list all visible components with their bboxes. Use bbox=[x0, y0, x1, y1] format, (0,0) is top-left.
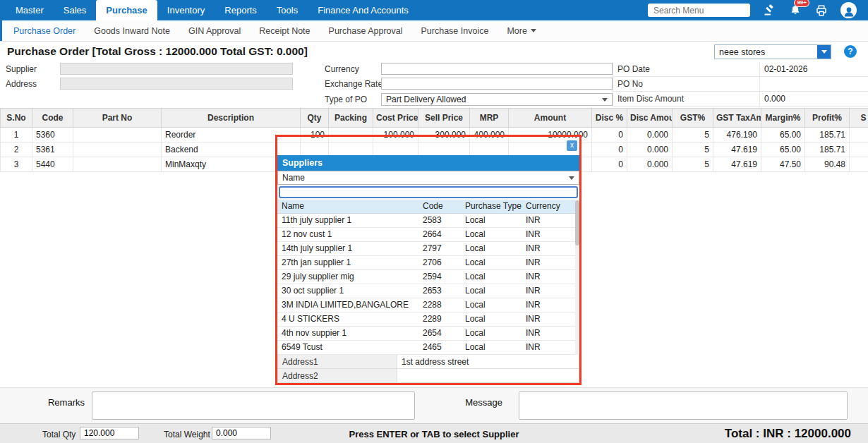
help-icon[interactable]: ? bbox=[844, 45, 857, 58]
po-date-value[interactable]: 02-01-2026 bbox=[760, 62, 868, 76]
supplier-row[interactable]: 29 july supplier mig 2594 Local INR bbox=[277, 269, 575, 284]
supplier-row[interactable]: 12 nov cust 1 2664 Local INR bbox=[277, 227, 575, 241]
cell-code[interactable]: 5360 bbox=[32, 128, 73, 142]
supplier-code[interactable]: 2654 bbox=[418, 326, 461, 340]
supplier-row[interactable]: 4th nov suppier 1 2654 Local INR bbox=[277, 326, 575, 340]
supplier-code[interactable]: 2664 bbox=[418, 227, 461, 241]
nav-item-master[interactable]: Master bbox=[6, 0, 54, 20]
col-gst-taxamt[interactable]: GST TaxAmt bbox=[713, 109, 761, 128]
nav-item-finance-and-accounts[interactable]: Finance And Accounts bbox=[308, 0, 418, 20]
nav-item-tools[interactable]: Tools bbox=[267, 0, 308, 20]
cell-partial[interactable] bbox=[850, 157, 868, 172]
cell-partial[interactable] bbox=[850, 142, 868, 157]
supplier-row[interactable]: 6549 Tcust 2465 Local INR bbox=[277, 340, 575, 354]
supplier-currency[interactable]: INR bbox=[522, 298, 575, 312]
col-partial[interactable]: S bbox=[850, 109, 868, 128]
supplier-code[interactable]: 2594 bbox=[418, 269, 461, 284]
supplier-row[interactable]: 4 U STICKERS 2289 Local INR bbox=[277, 312, 575, 326]
supplier-row[interactable]: 30 oct supplier 1 2653 Local INR bbox=[277, 284, 575, 298]
gavel-icon[interactable] bbox=[762, 4, 776, 18]
col-description[interactable]: Description bbox=[162, 109, 301, 128]
supplier-field[interactable] bbox=[60, 63, 293, 75]
tab-receipt-note[interactable]: Receipt Note bbox=[250, 26, 319, 36]
col-disc-amount[interactable]: Disc Amount bbox=[627, 109, 673, 128]
supplier-code[interactable]: 2706 bbox=[418, 255, 461, 269]
cell-code[interactable]: 5440 bbox=[32, 157, 73, 172]
supplier-currency[interactable]: INR bbox=[522, 340, 575, 354]
supplier-name[interactable]: 3M INDIA LIMITED,BANGALORE bbox=[277, 298, 418, 312]
cell-sno[interactable]: 3 bbox=[1, 157, 32, 172]
cell-gst-pct[interactable]: 5 bbox=[673, 157, 713, 172]
address1-value[interactable]: 1st address street bbox=[397, 355, 579, 369]
supplier-name[interactable]: 12 nov cust 1 bbox=[277, 227, 418, 241]
filter-field-select[interactable]: Name bbox=[277, 171, 579, 185]
col-margin-pct[interactable]: Margin% bbox=[761, 109, 805, 128]
col-sno[interactable]: S.No bbox=[1, 109, 32, 128]
cell-part-no[interactable] bbox=[73, 157, 162, 172]
tab-purchase-order[interactable]: Purchase Order bbox=[4, 26, 85, 36]
col-part-no[interactable]: Part No bbox=[73, 109, 162, 128]
col-mrp[interactable]: MRP bbox=[470, 109, 509, 128]
supplier-code[interactable]: 2465 bbox=[418, 340, 461, 354]
supplier-name[interactable]: 30 oct supplier 1 bbox=[277, 284, 418, 298]
scrollbar[interactable] bbox=[575, 200, 579, 355]
tab-purchase-invoice[interactable]: Purchase Invoice bbox=[411, 26, 498, 36]
supplier-purchase-type[interactable]: Local bbox=[461, 213, 522, 227]
supplier-name[interactable]: 27th jan supplier 1 bbox=[277, 255, 418, 269]
cell-part-no[interactable] bbox=[73, 128, 162, 142]
supplier-currency[interactable]: INR bbox=[522, 312, 575, 326]
bell-icon[interactable]: 99+ bbox=[788, 4, 802, 18]
supplier-code[interactable]: 2288 bbox=[418, 298, 461, 312]
nav-item-reports[interactable]: Reports bbox=[215, 0, 267, 20]
cell-part-no[interactable] bbox=[73, 142, 162, 157]
item-disc-amount-value[interactable]: 0.000 bbox=[760, 92, 868, 106]
cell-gst-pct[interactable]: 5 bbox=[673, 142, 713, 157]
col-profit-pct[interactable]: Profit% bbox=[805, 109, 850, 128]
supplier-col-currency[interactable]: Currency bbox=[522, 200, 575, 213]
cell-gst-taxamt[interactable]: 47.619 bbox=[713, 157, 761, 172]
cell-partial[interactable] bbox=[850, 128, 868, 142]
cell-margin-pct[interactable]: 47.50 bbox=[761, 157, 805, 172]
store-selector-dropdown-button[interactable] bbox=[817, 45, 831, 59]
tab-gin-approval[interactable]: GIN Approval bbox=[179, 26, 250, 36]
printer-icon[interactable] bbox=[814, 4, 828, 18]
col-code[interactable]: Code bbox=[32, 109, 73, 128]
supplier-row[interactable]: 27th jan supplier 1 2706 Local INR bbox=[277, 255, 575, 269]
supplier-currency[interactable]: INR bbox=[522, 326, 575, 340]
col-cost-price[interactable]: Cost Price bbox=[373, 109, 418, 128]
supplier-purchase-type[interactable]: Local bbox=[461, 298, 522, 312]
cell-profit-pct[interactable]: 185.71 bbox=[805, 128, 850, 142]
close-icon[interactable]: x bbox=[567, 140, 577, 151]
supplier-currency[interactable]: INR bbox=[522, 284, 575, 298]
supplier-name[interactable]: 4th nov suppier 1 bbox=[277, 326, 418, 340]
cell-disc-pct[interactable]: 0 bbox=[592, 128, 627, 142]
exchange-rate-field[interactable] bbox=[381, 78, 613, 90]
cell-code[interactable]: 5361 bbox=[32, 142, 73, 157]
currency-field[interactable] bbox=[381, 63, 613, 75]
cell-gst-pct[interactable]: 5 bbox=[673, 128, 713, 142]
cell-disc-amount[interactable]: 0.000 bbox=[627, 128, 673, 142]
nav-item-sales[interactable]: Sales bbox=[54, 0, 97, 20]
supplier-currency[interactable]: INR bbox=[522, 213, 575, 227]
cell-sno[interactable]: 1 bbox=[1, 128, 32, 142]
cell-disc-amount[interactable]: 0.000 bbox=[627, 142, 673, 157]
supplier-code[interactable]: 2289 bbox=[418, 312, 461, 326]
supplier-row[interactable]: 11th july supplier 1 2583 Local INR bbox=[277, 213, 575, 227]
store-selector[interactable]: neee stores bbox=[714, 44, 831, 59]
supplier-purchase-type[interactable]: Local bbox=[461, 284, 522, 298]
cell-disc-pct[interactable]: 0 bbox=[592, 142, 627, 157]
supplier-purchase-type[interactable]: Local bbox=[461, 255, 522, 269]
cell-margin-pct[interactable]: 65.00 bbox=[761, 128, 805, 142]
supplier-code[interactable]: 2653 bbox=[418, 284, 461, 298]
supplier-name[interactable]: 14th july supplier 1 bbox=[277, 241, 418, 255]
tab-goods-inward-note[interactable]: Goods Inward Note bbox=[85, 26, 179, 36]
cell-disc-pct[interactable]: 0 bbox=[592, 157, 627, 172]
col-sell-price[interactable]: Sell Price bbox=[418, 109, 470, 128]
col-packing[interactable]: Packing bbox=[329, 109, 373, 128]
po-no-value[interactable] bbox=[760, 77, 868, 91]
cell-sno[interactable]: 2 bbox=[1, 142, 32, 157]
cell-gst-taxamt[interactable]: 47.619 bbox=[713, 142, 761, 157]
supplier-name[interactable]: 6549 Tcust bbox=[277, 340, 418, 354]
search-menu-input[interactable] bbox=[648, 4, 750, 17]
supplier-purchase-type[interactable]: Local bbox=[461, 241, 522, 255]
